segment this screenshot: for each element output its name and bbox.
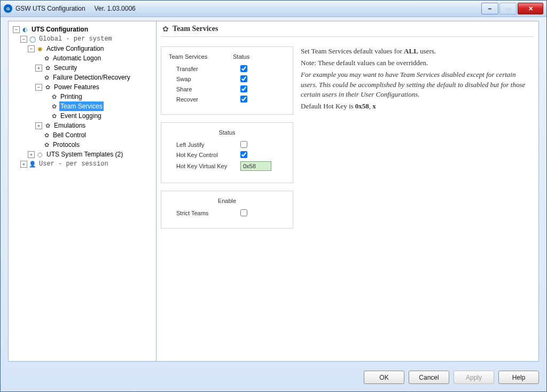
group-header: Team Services Status bbox=[169, 53, 285, 60]
tree-system-templates[interactable]: + ◌ UTS System Templates (2) bbox=[27, 150, 154, 159]
recover-checkbox[interactable] bbox=[240, 96, 247, 103]
app-icon: G bbox=[4, 4, 12, 13]
row-hotkey-virtual-key: Hot Key Virtual Key bbox=[169, 161, 285, 171]
tree-printing[interactable]: ✿ Printing bbox=[42, 92, 154, 101]
hotkey-virtual-key-input[interactable] bbox=[240, 161, 271, 171]
expander-icon[interactable]: + bbox=[35, 65, 42, 72]
tree-global[interactable]: − ◯ Global - per system bbox=[19, 34, 154, 44]
tree-label: Active Configuration bbox=[45, 44, 105, 53]
tree-emulations[interactable]: + ✿ Emulations bbox=[34, 121, 154, 130]
cancel-button[interactable]: Cancel bbox=[409, 371, 449, 384]
tree-protocols[interactable]: ✿ Protocols bbox=[34, 140, 154, 150]
close-button[interactable]: ✕ bbox=[518, 3, 543, 14]
tree-team-services[interactable]: ✿ Team Services bbox=[42, 101, 154, 111]
expander-icon[interactable]: − bbox=[35, 84, 42, 91]
gear-icon: ✿ bbox=[43, 54, 50, 62]
row-left-justify: Left Justify bbox=[169, 141, 285, 148]
tree-label: Automatic Logon bbox=[52, 53, 102, 63]
tree-label: Protocols bbox=[52, 140, 81, 150]
tree-root[interactable]: − ◐ UTS Configuration bbox=[12, 25, 154, 34]
client-area: − ◐ UTS Configuration − ◯ Global - per s… bbox=[8, 21, 539, 362]
left-justify-checkbox[interactable] bbox=[240, 141, 247, 148]
tree-automatic-logon[interactable]: ✿ Automatic Logon bbox=[34, 53, 154, 63]
row-recover: Recover bbox=[169, 96, 285, 103]
row-label: Swap bbox=[169, 76, 240, 82]
content-header: ✿ Team Services bbox=[161, 22, 534, 37]
tree-label: UTS Configuration bbox=[30, 25, 89, 34]
app-window: G GSW UTS Configuration Ver. 1.03.0006 ━… bbox=[0, 0, 547, 392]
hotkey-control-checkbox[interactable] bbox=[240, 151, 247, 158]
tree-user[interactable]: + 👤 User - per session bbox=[19, 159, 154, 169]
tree-pane[interactable]: − ◐ UTS Configuration − ◯ Global - per s… bbox=[9, 21, 157, 361]
tree-bell-control[interactable]: ✿ Bell Control bbox=[34, 130, 154, 140]
dialog-buttons: OK Cancel Apply Help bbox=[364, 371, 539, 384]
panels: Team Services Status Transfer Swap S bbox=[161, 46, 534, 229]
row-strict-teams: Strict Teams bbox=[169, 209, 285, 216]
tree-active-config[interactable]: − ◉ Active Configuration bbox=[27, 44, 154, 53]
gear-icon: ✿ bbox=[50, 103, 58, 110]
col-header: Status bbox=[218, 129, 235, 136]
tree-event-logging[interactable]: ✿ Event Logging bbox=[42, 111, 154, 121]
gear-icon: ✿ bbox=[43, 74, 50, 81]
share-checkbox[interactable] bbox=[240, 85, 247, 92]
row-label: Recover bbox=[169, 96, 240, 103]
col-header: Team Services bbox=[169, 53, 233, 60]
tree-label: Bell Control bbox=[52, 130, 87, 140]
expander-icon[interactable]: + bbox=[35, 122, 42, 129]
desc-line: Set Team Services default values for ALL… bbox=[301, 46, 531, 57]
tree-label: Team Services bbox=[59, 101, 104, 111]
titlebar-text: GSW UTS Configuration Ver. 1.03.0006 bbox=[15, 5, 136, 12]
tree-failure-detection[interactable]: ✿ Failure Detection/Recovery bbox=[34, 73, 154, 82]
strict-teams-checkbox[interactable] bbox=[240, 209, 247, 216]
expander-icon[interactable]: + bbox=[20, 161, 27, 168]
group-strict-teams: Enable Strict Teams bbox=[161, 191, 293, 229]
templates-icon: ◌ bbox=[36, 151, 44, 158]
tree-label: Global - per system bbox=[38, 34, 113, 44]
content-pane: ✿ Team Services Team Services Status Tra… bbox=[157, 21, 538, 361]
gear-icon: ✿ bbox=[44, 122, 51, 129]
group-hotkey: Status Left Justify Hot Key Control Hot … bbox=[161, 122, 293, 183]
gear-icon: ✿ bbox=[162, 25, 169, 33]
gear-icon: ✿ bbox=[43, 141, 50, 148]
gear-icon: ✿ bbox=[43, 131, 50, 139]
row-transfer: Transfer bbox=[169, 65, 285, 72]
tree-power-features[interactable]: − ✿ Power Features bbox=[34, 82, 154, 92]
page-title: Team Services bbox=[173, 25, 218, 33]
group-team-services: Team Services Status Transfer Swap S bbox=[161, 46, 293, 115]
row-swap: Swap bbox=[169, 75, 285, 82]
user-icon: 👤 bbox=[29, 160, 36, 168]
row-label: Hot Key Virtual Key bbox=[169, 163, 240, 169]
tree-label: Event Logging bbox=[59, 111, 103, 121]
ok-button[interactable]: OK bbox=[364, 371, 404, 384]
group-header: Enable bbox=[169, 198, 285, 204]
help-button[interactable]: Help bbox=[498, 371, 539, 384]
row-label: Strict Teams bbox=[169, 210, 240, 216]
row-hotkey-control: Hot Key Control bbox=[169, 151, 285, 158]
maximize-button: ▭ bbox=[499, 3, 517, 14]
expander-icon[interactable]: − bbox=[13, 26, 20, 33]
minimize-button[interactable]: ━ bbox=[481, 3, 498, 14]
row-label: Transfer bbox=[169, 66, 240, 72]
expander-icon[interactable]: − bbox=[28, 45, 35, 52]
left-column: Team Services Status Transfer Swap S bbox=[161, 46, 293, 229]
col-header: Enable bbox=[218, 198, 236, 204]
swap-checkbox[interactable] bbox=[240, 75, 247, 82]
gear-icon: ✿ bbox=[50, 93, 58, 100]
tree-label: UTS System Templates (2) bbox=[45, 150, 124, 159]
transfer-checkbox[interactable] bbox=[240, 65, 247, 72]
tree-security[interactable]: + ✿ Security bbox=[34, 63, 154, 73]
tree-label: Emulations bbox=[53, 121, 87, 130]
titlebar: G GSW UTS Configuration Ver. 1.03.0006 ━… bbox=[1, 1, 546, 17]
expander-icon[interactable]: − bbox=[20, 36, 27, 43]
tree-label: Power Features bbox=[53, 82, 100, 92]
row-label: Share bbox=[169, 86, 240, 92]
tree-label: Failure Detection/Recovery bbox=[52, 73, 131, 82]
group-header: Status bbox=[169, 129, 285, 136]
row-share: Share bbox=[169, 85, 285, 92]
row-label: Left Justify bbox=[169, 142, 240, 148]
expander-icon[interactable]: + bbox=[28, 151, 35, 158]
col-header: Status bbox=[233, 53, 249, 60]
gear-icon: ✿ bbox=[44, 83, 51, 91]
active-icon: ◉ bbox=[36, 45, 44, 52]
desc-line: For example you may want to have Team Se… bbox=[301, 70, 531, 100]
